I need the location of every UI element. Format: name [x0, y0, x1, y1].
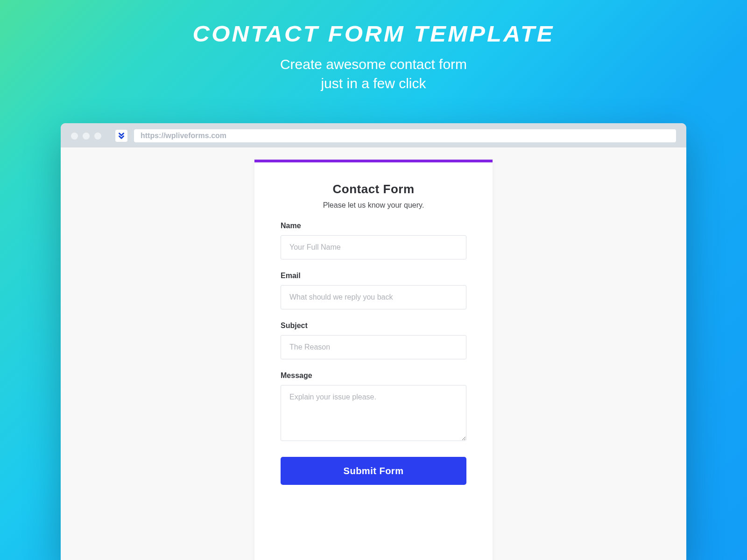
submit-button[interactable]: Submit Form: [281, 457, 466, 485]
hero-subtitle-line2: just in a few click: [321, 76, 426, 91]
url-text: https://wpliveforms.com: [141, 132, 226, 140]
browser-viewport: Contact Form Please let us know your que…: [61, 147, 686, 560]
hero-section: CONTACT FORM TEMPLATE Create awesome con…: [201, 21, 546, 93]
subject-label: Subject: [281, 322, 466, 330]
url-bar[interactable]: https://wpliveforms.com: [134, 129, 676, 142]
browser-window: https://wpliveforms.com Contact Form Ple…: [61, 123, 686, 560]
email-input[interactable]: [281, 285, 466, 309]
window-dot-maximize-icon[interactable]: [94, 133, 101, 140]
name-input[interactable]: [281, 235, 466, 259]
name-field: Name: [281, 222, 466, 259]
form-title: Contact Form: [281, 182, 466, 196]
window-dot-minimize-icon[interactable]: [83, 133, 90, 140]
hero-subtitle-line1: Create awesome contact form: [280, 56, 467, 72]
email-label: Email: [281, 272, 466, 280]
hero-subtitle: Create awesome contact form just in a fe…: [201, 55, 546, 93]
contact-form-card: Contact Form Please let us know your que…: [254, 160, 493, 560]
browser-toolbar: https://wpliveforms.com: [61, 123, 686, 147]
subject-field: Subject: [281, 322, 466, 359]
window-controls: [71, 133, 101, 140]
favicon-icon: [115, 130, 127, 142]
name-label: Name: [281, 222, 466, 230]
message-label: Message: [281, 371, 466, 380]
message-field: Message: [281, 371, 466, 443]
hero-title: CONTACT FORM TEMPLATE: [192, 21, 554, 47]
email-field: Email: [281, 272, 466, 309]
form-subtitle: Please let us know your query.: [281, 201, 466, 210]
subject-input[interactable]: [281, 335, 466, 359]
message-textarea[interactable]: [281, 385, 466, 441]
window-dot-close-icon[interactable]: [71, 133, 78, 140]
